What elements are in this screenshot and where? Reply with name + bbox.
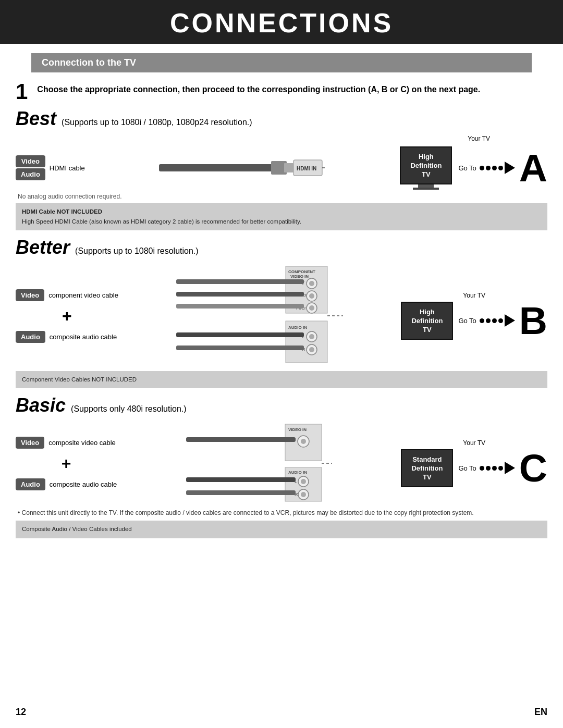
best-diagram: Video Audio HDMI cable HDMI IN (16, 146, 547, 190)
better-info-box: Component Video Cables NOT INCLUDED (16, 371, 547, 388)
basic-dots-arrow (480, 462, 515, 474)
arrow-right (505, 462, 515, 474)
basic-info-body: Composite Audio / Video Cables included (22, 526, 132, 532)
better-subtext: (Supports up to 1080i resolution.) (75, 246, 199, 255)
dot4 (498, 466, 503, 471)
basic-goto-label: Go To (458, 464, 476, 472)
svg-point-25 (309, 334, 314, 339)
better-right: Your TV High Definition TV Go To (401, 292, 547, 340)
better-heading-text: Better (Supports up to 1080i resolution.… (16, 237, 199, 258)
best-goto-label: Go To (458, 164, 476, 172)
best-tv-container: High Definition TV (400, 146, 452, 190)
arrow-right (505, 162, 515, 174)
dot4 (498, 166, 503, 170)
basic-video-row: Video composite video cable (16, 437, 117, 449)
basic-bullet-note: • Connect this unit directly to the TV. … (16, 508, 547, 517)
arrow-right (505, 314, 515, 327)
best-tv-base (413, 188, 439, 190)
dot1 (480, 466, 484, 471)
svg-text:VIDEO IN: VIDEO IN (290, 274, 309, 279)
best-video-label: Video (16, 155, 45, 167)
page-number: 12 (16, 707, 26, 718)
basic-heading-text: Basic (Supports only 480i resolution.) (16, 394, 187, 416)
step-number: 1 (16, 81, 28, 103)
svg-rect-18 (176, 279, 304, 284)
better-video-label: Video (16, 289, 44, 301)
best-tv-box: High Definition TV (400, 146, 452, 184)
svg-text:AUDIO IN: AUDIO IN (288, 325, 307, 330)
dot2 (486, 166, 491, 170)
best-cable-label: HDMI cable (50, 164, 85, 172)
basic-tv-goto: Standard Definition TV Go To C (401, 449, 547, 488)
svg-point-17 (309, 305, 314, 311)
svg-rect-20 (176, 304, 304, 309)
svg-rect-29 (176, 332, 304, 337)
dot3 (492, 318, 497, 323)
basic-your-tv-label: Your TV (463, 439, 485, 447)
better-diagram: Video component video cable + Audio comp… (16, 264, 547, 368)
dot1 (480, 318, 484, 323)
svg-text:HDMI IN: HDMI IN (297, 166, 316, 171)
best-info-body: High Speed HDMI Cable (also known as HDM… (22, 218, 301, 225)
basic-cable-video-label: composite video cable (48, 439, 116, 447)
better-info-title: Component Video Cables NOT INCLUDED (22, 376, 137, 382)
best-cable-area: HDMI IN (85, 155, 400, 181)
best-note: No analog audio connection required. (16, 193, 547, 200)
best-section: Best (Supports up to 1080i / 1080p, 1080… (16, 108, 547, 230)
step-1: 1 Choose the appropriate connection, the… (16, 72, 547, 108)
svg-rect-46 (186, 490, 296, 495)
best-info-title: HDMI Cable NOT INCLUDED (22, 207, 541, 216)
better-cable-video-label: component video cable (48, 291, 118, 299)
svg-rect-30 (176, 346, 304, 350)
best-subtext: (Supports up to 1080i / 1080p, 1080p24 r… (62, 118, 252, 127)
basic-diagram: Video composite video cable + Audio comp… (16, 422, 547, 505)
svg-text:COMPONENT: COMPONENT (288, 269, 315, 274)
best-your-tv-label: Your TV (16, 135, 490, 142)
hdmi-cable-svg: HDMI IN (159, 155, 326, 181)
basic-info-box: Composite Audio / Video Cables included (16, 521, 547, 538)
basic-cables-center: VIDEO IN AUDIO IN L R (117, 422, 401, 505)
better-tv-goto: High Definition TV Go To B (401, 301, 547, 340)
better-cable-audio-label: composite audio cable (50, 333, 117, 341)
basic-tv-box: Standard Definition TV (401, 449, 453, 487)
page-title: CONNECTIONS (0, 7, 563, 39)
basic-video-label: Video (16, 437, 44, 449)
svg-rect-19 (176, 292, 304, 297)
svg-point-41 (301, 479, 306, 484)
svg-point-35 (301, 439, 306, 444)
svg-text:VIDEO IN: VIDEO IN (288, 427, 307, 432)
svg-point-11 (309, 281, 314, 286)
dot2 (486, 466, 491, 471)
better-goto-label: Go To (458, 317, 476, 325)
basic-heading: Basic (Supports only 480i resolution.) (16, 394, 547, 416)
page-header: CONNECTIONS (0, 0, 563, 44)
best-heading: Best (Supports up to 1080i / 1080p, 1080… (16, 108, 547, 130)
better-your-tv-label: Your TV (463, 292, 485, 299)
page-footer: 12 EN (16, 707, 547, 718)
best-audio-label: Audio (16, 168, 45, 180)
basic-subtext: (Supports only 480i resolution.) (71, 404, 186, 413)
best-info-box: HDMI Cable NOT INCLUDED High Speed HDMI … (16, 203, 547, 231)
component-cables-svg: COMPONENT VIDEO IN Y Pb/Cb Pr/Cr (176, 264, 343, 368)
svg-text:AUDIO IN: AUDIO IN (288, 470, 307, 475)
better-video-row: Video component video cable (16, 289, 118, 301)
better-dots-arrow (480, 314, 515, 327)
dot1 (480, 166, 484, 170)
dot4 (498, 318, 503, 323)
better-tv-box: High Definition TV (401, 302, 453, 340)
dot3 (492, 166, 497, 170)
page-language: EN (534, 707, 547, 718)
dot2 (486, 318, 491, 323)
better-section: Better (Supports up to 1080i resolution.… (16, 237, 547, 388)
best-nav-letter: A (519, 149, 547, 188)
better-left-labels: Video component video cable + Audio comp… (16, 289, 118, 343)
basic-audio-label: Audio (16, 478, 45, 490)
better-nav-letter: B (519, 301, 547, 340)
svg-rect-2 (284, 163, 293, 172)
svg-point-28 (309, 347, 314, 352)
dot3 (492, 466, 497, 471)
best-heading-text: Best (Supports up to 1080i / 1080p, 1080… (16, 108, 252, 129)
svg-point-14 (309, 293, 314, 299)
basic-cable-audio-label: composite audio cable (50, 480, 117, 488)
better-heading: Better (Supports up to 1080i resolution.… (16, 237, 547, 258)
